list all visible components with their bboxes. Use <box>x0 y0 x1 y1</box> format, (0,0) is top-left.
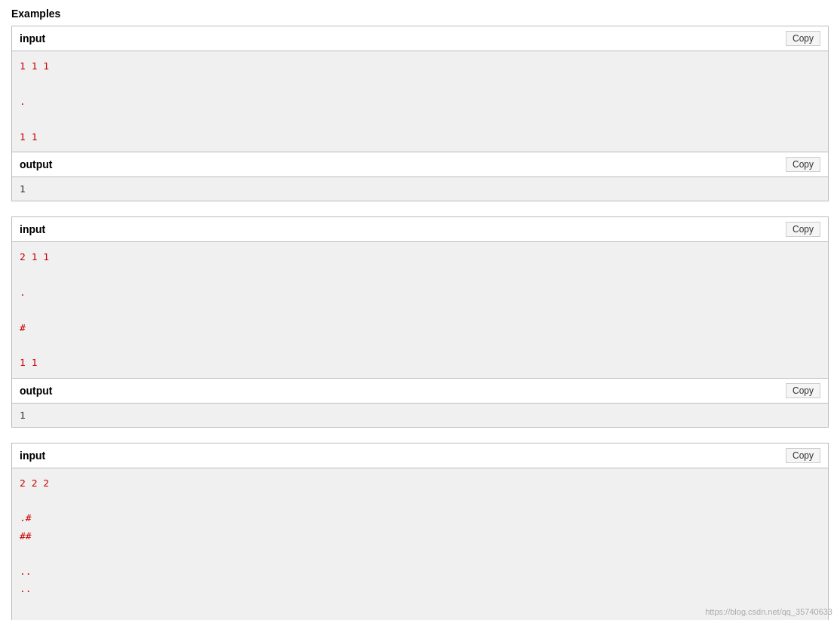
page-title: Examples <box>11 8 829 20</box>
input-content-3: 2 2 2 .### .... 1 1 <box>12 468 828 620</box>
input-header-2: inputCopy <box>12 217 828 242</box>
input-line <box>20 75 820 92</box>
copy-input-button-2[interactable]: Copy <box>786 222 820 237</box>
copy-output-button-1[interactable]: Copy <box>786 157 820 172</box>
watermark: https://blog.csdn.net/qq_35740633 <box>705 607 832 616</box>
input-line: ## <box>20 527 820 545</box>
input-line <box>20 597 820 615</box>
input-label-3: input <box>20 450 45 462</box>
output-header-1: outputCopy <box>12 152 828 177</box>
output-content-2: 1 <box>12 404 828 427</box>
output-content-1: 1 <box>12 177 828 201</box>
input-line: 1 1 <box>20 128 820 146</box>
input-content-2: 2 1 1 . # 1 1 <box>12 242 828 378</box>
input-line: . <box>20 284 820 301</box>
input-line <box>20 301 820 318</box>
input-line: 1 1 1 <box>20 57 820 75</box>
example-block-1: inputCopy1 1 1 . 1 1outputCopy1 <box>11 26 829 201</box>
input-line <box>20 545 820 562</box>
copy-input-button-3[interactable]: Copy <box>786 448 820 463</box>
input-header-1: inputCopy <box>12 26 828 51</box>
example-block-3: inputCopy2 2 2 .### .... 1 1outputCopy5 <box>11 443 829 620</box>
input-line: .. <box>20 580 820 597</box>
input-line: . <box>20 93 820 110</box>
output-header-2: outputCopy <box>12 378 828 404</box>
input-line <box>20 265 820 283</box>
input-content-1: 1 1 1 . 1 1 <box>12 51 828 152</box>
input-line <box>20 336 820 354</box>
copy-output-button-2[interactable]: Copy <box>786 383 820 398</box>
input-line: 2 2 2 <box>20 474 820 492</box>
input-line: 2 1 1 <box>20 248 820 265</box>
input-line: 1 1 <box>20 354 820 371</box>
output-label-1: output <box>20 158 53 170</box>
input-line: # <box>20 319 820 336</box>
input-line <box>20 492 820 509</box>
input-label-2: input <box>20 223 45 235</box>
input-line <box>20 110 820 127</box>
input-line: .. <box>20 563 820 580</box>
input-line: 1 1 <box>20 615 820 620</box>
input-label-1: input <box>20 32 45 45</box>
copy-input-button-1[interactable]: Copy <box>786 31 820 46</box>
input-line: .# <box>20 509 820 526</box>
output-label-2: output <box>20 385 53 397</box>
example-block-2: inputCopy2 1 1 . # 1 1outputCopy1 <box>11 216 829 428</box>
input-header-3: inputCopy <box>12 444 828 468</box>
